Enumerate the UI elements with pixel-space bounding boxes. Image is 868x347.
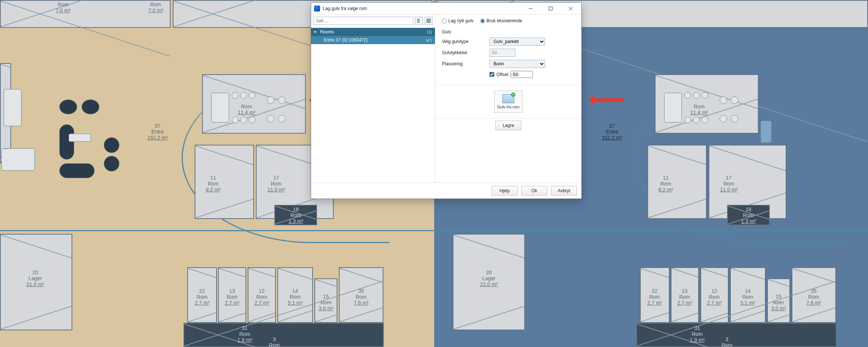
radio-new-floor-label: Lag nytt gulv [448,18,473,23]
floor-thickness-label: Gulvtykkelse [442,50,486,55]
floor-from-room-chip[interactable]: Gulv fra rom [494,91,522,113]
floor-type-label: Velg gulvtype [442,39,486,44]
window-minimize-button[interactable] [522,3,539,14]
floor-thickness-input [489,49,515,57]
svg-rect-4 [429,21,430,23]
floor-from-room-label: Gulv fra rom [497,105,520,109]
floor-form: Lag nytt gulv Bruk eksisterende Gulv Vel… [435,14,581,85]
dialog-titlebar[interactable]: Lag gulv fra valge rom [311,3,581,14]
floor-placement-select[interactable]: Bunn [489,60,545,68]
window-maximize-button[interactable] [542,3,559,14]
window-close-button[interactable] [562,3,579,14]
floor-placement-label: Plassering [442,61,486,66]
floor-type-select[interactable]: Gulv_parkett [489,37,545,46]
dialog-footer: Hjelp Ok Avbryt [311,183,581,199]
tree-list-view-button[interactable] [415,17,423,25]
save-button[interactable]: Lagre [495,121,521,130]
svg-rect-1 [427,19,428,20]
tree-item-entre37[interactable]: Entre 37 (ID:1063472) (✔) [311,36,435,44]
search-input[interactable] [313,17,413,25]
cancel-button[interactable]: Avbryt [551,186,577,196]
tree-group-label: Rooms [320,29,418,35]
radio-existing-floor[interactable]: Bruk eksisterende [480,18,522,23]
tree-item-label: Entre 37 (ID:1063472) [324,37,418,43]
tree-group-count: (1) [420,30,432,34]
tree-group-rooms[interactable]: ▾ Rooms (1) [311,28,435,36]
ok-button[interactable]: Ok [521,186,547,196]
app-icon [314,6,320,12]
tree-item-checkmark: (✔) [420,38,432,43]
tree-grid-view-button[interactable] [425,17,433,25]
svg-rect-0 [549,7,552,10]
create-floor-dialog: Lag gulv fra valge rom [311,2,582,199]
offset-checkbox[interactable] [489,72,494,77]
radio-existing-floor-label: Bruk eksisterende [486,18,522,23]
svg-rect-2 [429,19,430,20]
room-tree-panel: ▾ Rooms (1) Entre 37 (ID:1063472) (✔) [311,14,435,183]
svg-rect-3 [427,21,428,23]
floor-from-room-icon [502,94,514,103]
help-button[interactable]: Hjelp [492,186,518,196]
chevron-down-icon: ▾ [314,29,318,35]
form-section-title: Gulv [442,29,576,35]
room-tree[interactable]: ▾ Rooms (1) Entre 37 (ID:1063472) (✔) [311,27,435,183]
offset-label: Offset [496,72,508,77]
offset-input[interactable] [511,71,533,78]
dialog-title: Lag gulv fra valge rom [323,6,519,11]
radio-new-floor[interactable]: Lag nytt gulv [442,18,473,23]
